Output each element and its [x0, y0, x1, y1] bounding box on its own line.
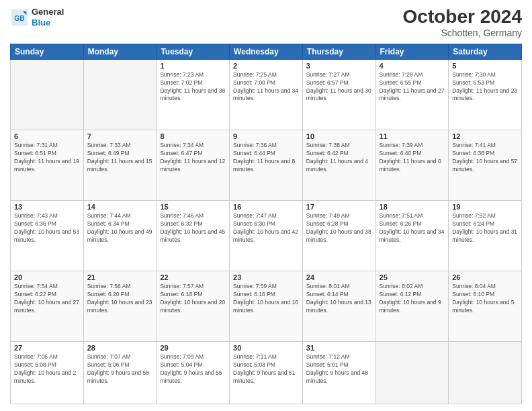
calendar-cell: 25Sunrise: 8:02 AMSunset: 6:12 PMDayligh… — [375, 271, 449, 342]
title-section: October 2024 Schotten, Germany — [403, 7, 522, 38]
month-title: October 2024 — [403, 7, 522, 28]
calendar-cell: 10Sunrise: 7:38 AMSunset: 6:42 PMDayligh… — [302, 130, 375, 200]
calendar-cell: 30Sunrise: 7:11 AMSunset: 5:03 PMDayligh… — [230, 342, 303, 404]
day-number: 3 — [306, 62, 372, 70]
calendar-page: GB General Blue October 2024 Schotten, G… — [0, 0, 532, 411]
calendar-cell: 15Sunrise: 7:46 AMSunset: 6:32 PMDayligh… — [157, 201, 230, 271]
day-info: Sunrise: 8:02 AMSunset: 6:12 PMDaylight:… — [380, 283, 445, 315]
day-number: 14 — [87, 203, 153, 211]
calendar-cell: 6Sunrise: 7:31 AMSunset: 6:51 PMDaylight… — [11, 130, 84, 200]
weekday-header-friday: Friday — [375, 44, 449, 59]
day-info: Sunrise: 7:06 AMSunset: 5:08 PMDaylight:… — [14, 353, 80, 385]
calendar-cell: 1Sunrise: 7:23 AMSunset: 7:02 PMDaylight… — [157, 59, 230, 130]
day-number: 30 — [233, 344, 299, 352]
calendar-cell — [449, 342, 522, 404]
day-number: 18 — [380, 203, 445, 211]
day-number: 4 — [380, 62, 445, 70]
calendar-cell: 18Sunrise: 7:51 AMSunset: 6:26 PMDayligh… — [375, 201, 449, 271]
calendar-table: SundayMondayTuesdayWednesdayThursdayFrid… — [10, 44, 522, 404]
day-info: Sunrise: 7:30 AMSunset: 6:53 PMDaylight:… — [452, 71, 518, 103]
weekday-header-sunday: Sunday — [11, 44, 84, 59]
day-info: Sunrise: 7:12 AMSunset: 5:01 PMDaylight:… — [306, 353, 372, 385]
day-number: 23 — [233, 273, 299, 281]
day-info: Sunrise: 8:04 AMSunset: 6:10 PMDaylight:… — [452, 283, 518, 315]
day-number: 19 — [452, 203, 518, 211]
calendar-cell — [11, 59, 84, 130]
day-number: 16 — [233, 203, 299, 211]
calendar-cell: 9Sunrise: 7:36 AMSunset: 6:44 PMDaylight… — [230, 130, 303, 200]
day-info: Sunrise: 7:27 AMSunset: 6:57 PMDaylight:… — [306, 71, 372, 103]
calendar-cell: 5Sunrise: 7:30 AMSunset: 6:53 PMDaylight… — [449, 59, 522, 130]
calendar-cell: 23Sunrise: 7:59 AMSunset: 6:16 PMDayligh… — [230, 271, 303, 342]
day-number: 8 — [160, 132, 226, 140]
week-row-2: 6Sunrise: 7:31 AMSunset: 6:51 PMDaylight… — [11, 130, 522, 200]
day-number: 12 — [452, 132, 518, 140]
day-number: 15 — [160, 203, 226, 211]
week-row-3: 13Sunrise: 7:43 AMSunset: 6:36 PMDayligh… — [11, 201, 522, 271]
location-subtitle: Schotten, Germany — [403, 28, 522, 38]
calendar-cell: 8Sunrise: 7:34 AMSunset: 6:47 PMDaylight… — [157, 130, 230, 200]
day-number: 11 — [380, 132, 445, 140]
day-info: Sunrise: 7:11 AMSunset: 5:03 PMDaylight:… — [233, 353, 299, 385]
day-info: Sunrise: 7:54 AMSunset: 6:22 PMDaylight:… — [14, 283, 80, 315]
day-info: Sunrise: 7:36 AMSunset: 6:44 PMDaylight:… — [233, 142, 299, 174]
day-info: Sunrise: 7:46 AMSunset: 6:32 PMDaylight:… — [160, 212, 226, 244]
calendar-cell: 24Sunrise: 8:01 AMSunset: 6:14 PMDayligh… — [302, 271, 375, 342]
day-number: 17 — [306, 203, 372, 211]
weekday-header-wednesday: Wednesday — [230, 44, 303, 59]
logo-icon: GB — [10, 8, 29, 27]
day-number: 9 — [233, 132, 299, 140]
calendar-cell: 4Sunrise: 7:28 AMSunset: 6:55 PMDaylight… — [375, 59, 449, 130]
calendar-cell — [375, 342, 449, 404]
calendar-cell: 31Sunrise: 7:12 AMSunset: 5:01 PMDayligh… — [302, 342, 375, 404]
day-info: Sunrise: 8:01 AMSunset: 6:14 PMDaylight:… — [306, 283, 372, 315]
day-info: Sunrise: 7:33 AMSunset: 6:49 PMDaylight:… — [87, 142, 153, 174]
weekday-header-tuesday: Tuesday — [157, 44, 230, 59]
calendar-cell: 2Sunrise: 7:25 AMSunset: 7:00 PMDaylight… — [230, 59, 303, 130]
day-info: Sunrise: 7:51 AMSunset: 6:26 PMDaylight:… — [380, 212, 445, 244]
day-number: 20 — [14, 273, 80, 281]
calendar-cell: 16Sunrise: 7:47 AMSunset: 6:30 PMDayligh… — [230, 201, 303, 271]
calendar-cell: 7Sunrise: 7:33 AMSunset: 6:49 PMDaylight… — [83, 130, 157, 200]
logo-text: General Blue — [32, 7, 64, 28]
logo: GB General Blue — [10, 7, 64, 28]
day-info: Sunrise: 7:07 AMSunset: 5:06 PMDaylight:… — [87, 353, 153, 385]
day-info: Sunrise: 7:47 AMSunset: 6:30 PMDaylight:… — [233, 212, 299, 244]
day-info: Sunrise: 7:57 AMSunset: 6:18 PMDaylight:… — [160, 283, 226, 315]
day-number: 13 — [14, 203, 80, 211]
day-info: Sunrise: 7:23 AMSunset: 7:02 PMDaylight:… — [160, 71, 226, 103]
day-number: 22 — [160, 273, 226, 281]
calendar-cell: 22Sunrise: 7:57 AMSunset: 6:18 PMDayligh… — [157, 271, 230, 342]
day-info: Sunrise: 7:59 AMSunset: 6:16 PMDaylight:… — [233, 283, 299, 315]
calendar-cell: 3Sunrise: 7:27 AMSunset: 6:57 PMDaylight… — [302, 59, 375, 130]
calendar-cell: 12Sunrise: 7:41 AMSunset: 6:38 PMDayligh… — [449, 130, 522, 200]
day-number: 31 — [306, 344, 372, 352]
day-info: Sunrise: 7:31 AMSunset: 6:51 PMDaylight:… — [14, 142, 80, 174]
calendar-body: 1Sunrise: 7:23 AMSunset: 7:02 PMDaylight… — [11, 59, 522, 404]
day-number: 2 — [233, 62, 299, 70]
weekday-header-row: SundayMondayTuesdayWednesdayThursdayFrid… — [11, 44, 522, 59]
day-info: Sunrise: 7:39 AMSunset: 6:40 PMDaylight:… — [380, 142, 445, 174]
calendar-cell: 11Sunrise: 7:39 AMSunset: 6:40 PMDayligh… — [375, 130, 449, 200]
svg-text:GB: GB — [14, 14, 24, 21]
calendar-cell: 21Sunrise: 7:56 AMSunset: 6:20 PMDayligh… — [83, 271, 157, 342]
day-number: 25 — [380, 273, 445, 281]
day-info: Sunrise: 7:25 AMSunset: 7:00 PMDaylight:… — [233, 71, 299, 103]
weekday-header-monday: Monday — [83, 44, 157, 59]
day-info: Sunrise: 7:28 AMSunset: 6:55 PMDaylight:… — [380, 71, 445, 103]
calendar-cell: 14Sunrise: 7:44 AMSunset: 6:34 PMDayligh… — [83, 201, 157, 271]
calendar-cell: 17Sunrise: 7:49 AMSunset: 6:28 PMDayligh… — [302, 201, 375, 271]
day-number: 7 — [87, 132, 153, 140]
day-number: 28 — [87, 344, 153, 352]
calendar-cell: 27Sunrise: 7:06 AMSunset: 5:08 PMDayligh… — [11, 342, 84, 404]
week-row-5: 27Sunrise: 7:06 AMSunset: 5:08 PMDayligh… — [11, 342, 522, 404]
day-number: 10 — [306, 132, 372, 140]
day-number: 21 — [87, 273, 153, 281]
day-info: Sunrise: 7:43 AMSunset: 6:36 PMDaylight:… — [14, 212, 80, 244]
week-row-1: 1Sunrise: 7:23 AMSunset: 7:02 PMDaylight… — [11, 59, 522, 130]
calendar-cell: 13Sunrise: 7:43 AMSunset: 6:36 PMDayligh… — [11, 201, 84, 271]
day-info: Sunrise: 7:38 AMSunset: 6:42 PMDaylight:… — [306, 142, 372, 174]
logo-line1: General — [32, 7, 64, 17]
day-number: 6 — [14, 132, 80, 140]
day-info: Sunrise: 7:52 AMSunset: 6:24 PMDaylight:… — [452, 212, 518, 244]
